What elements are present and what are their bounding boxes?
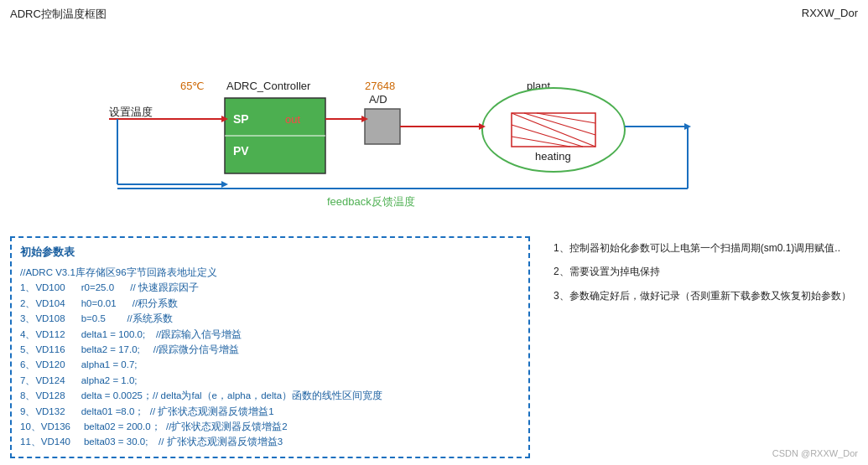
note-item: 2、需要设置为掉电保持 bbox=[554, 263, 851, 280]
param-line: 10、VD136 belta02 = 200.0； //扩张状态观测器反馈增益2 bbox=[20, 419, 520, 434]
pv-label: PV bbox=[233, 144, 249, 158]
watermark-top: RXXW_Dor bbox=[802, 7, 858, 22]
bottom-area: 初始参数表 //ADRC V3.1库存储区96字节回路表地址定义1、VD100 … bbox=[0, 230, 868, 465]
feedback-label: feedback反馈温度 bbox=[327, 195, 415, 208]
param-line: 2、VD104 h0=0.01 //积分系数 bbox=[20, 296, 520, 311]
param-line: 4、VD112 delta1 = 100.0; //跟踪输入信号增益 bbox=[20, 327, 520, 342]
out-label: out bbox=[285, 113, 300, 126]
ad-label: A/D bbox=[369, 93, 387, 106]
watermark-bottom: CSDN @RXXW_Dor bbox=[772, 448, 858, 458]
param-line: 6、VD120 alpha1 = 0.7; bbox=[20, 357, 520, 372]
param-line: 3、VD108 b=0.5 //系统系数 bbox=[20, 311, 520, 326]
param-table-content: //ADRC V3.1库存储区96字节回路表地址定义1、VD100 r0=25.… bbox=[20, 265, 520, 450]
sp-label: SP bbox=[233, 112, 249, 126]
param-table-section: 初始参数表 //ADRC V3.1库存储区96字节回路表地址定义1、VD100 … bbox=[10, 236, 530, 458]
param-line: 11、VD140 belta03 = 30.0; // 扩张状态观测器反馈增益3 bbox=[20, 434, 520, 449]
param-table-title: 初始参数表 bbox=[20, 245, 520, 260]
heating-label: heating bbox=[535, 150, 571, 163]
diagram-area: 65℃ ADRC_Controller SP out PV 27648 A/D … bbox=[0, 25, 868, 226]
pv-arrow-head bbox=[221, 181, 228, 188]
ad-box bbox=[365, 109, 400, 144]
page-title: ADRC控制温度框图 bbox=[10, 7, 107, 22]
notes-section: 1、控制器初始化参数可以上电第一个扫描周期(sm0.1)调用赋值..2、需要设置… bbox=[547, 236, 858, 458]
note-item: 3、参数确定好后，做好记录（否则重新下载参数又恢复初始参数） bbox=[554, 287, 851, 304]
param-line: 1、VD100 r0=25.0 // 快速跟踪因子 bbox=[20, 280, 520, 295]
param-line: 5、VD116 belta2 = 17.0; //跟踪微分信号增益 bbox=[20, 342, 520, 357]
note-item: 1、控制器初始化参数可以上电第一个扫描周期(sm0.1)调用赋值.. bbox=[554, 240, 851, 256]
set-temp-label: 设置温度 bbox=[109, 106, 153, 118]
param-line: 8、VD128 delta = 0.0025；// delta为fal（e，al… bbox=[20, 388, 520, 403]
param-line: 9、VD132 delta01 =8.0； // 扩张状态观测器反馈增益1 bbox=[20, 404, 520, 419]
controller-label: ADRC_Controller bbox=[226, 80, 311, 92]
param-line: 7、VD124 alpha2 = 1.0; bbox=[20, 373, 520, 388]
temp-value-label: 65℃ bbox=[180, 80, 205, 92]
param-line: //ADRC V3.1库存储区96字节回路表地址定义 bbox=[20, 265, 520, 280]
ad-value-label: 27648 bbox=[365, 80, 395, 92]
